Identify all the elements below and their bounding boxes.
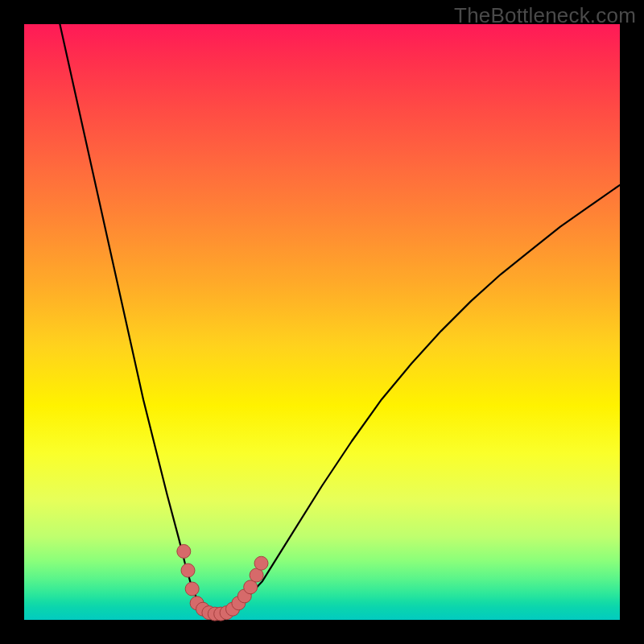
curve-marker <box>177 544 191 558</box>
curve-marker <box>254 556 268 570</box>
curve-marker <box>185 582 199 596</box>
curve-marker <box>181 564 195 577</box>
curve-markers <box>177 544 268 621</box>
bottleneck-curve <box>60 24 620 614</box>
chart-frame: TheBottleneck.com <box>0 0 644 644</box>
chart-svg <box>24 24 620 620</box>
plot-area <box>24 24 620 620</box>
